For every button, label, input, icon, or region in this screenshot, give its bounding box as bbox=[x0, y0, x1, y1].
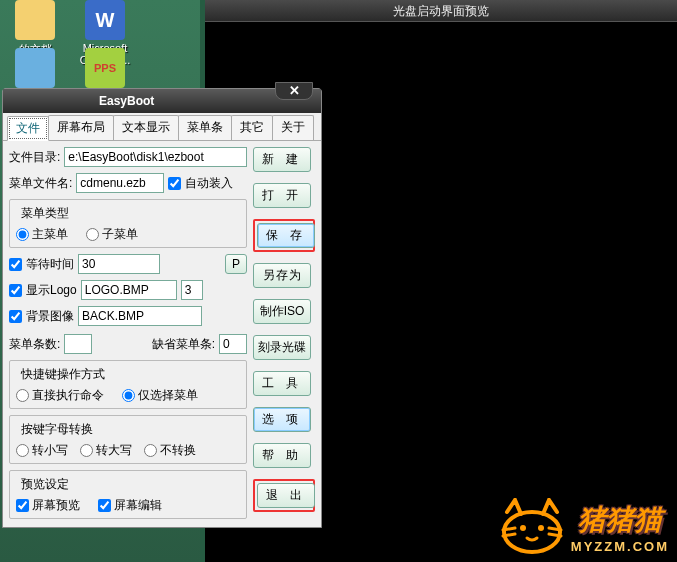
radio-select[interactable]: 仅选择菜单 bbox=[122, 387, 198, 404]
bgimage-checkbox[interactable]: 背景图像 bbox=[9, 308, 74, 325]
waittime-checkbox[interactable]: 等待时间 bbox=[9, 256, 74, 273]
filedir-label: 文件目录: bbox=[9, 149, 60, 166]
autoload-checkbox[interactable]: 自动装入 bbox=[168, 175, 233, 192]
burn-button[interactable]: 刻录光碟 bbox=[253, 335, 311, 360]
menucount-input[interactable] bbox=[64, 334, 92, 354]
bgimage-input[interactable] bbox=[78, 306, 202, 326]
help-button[interactable]: 帮 助 bbox=[253, 443, 311, 468]
close-button[interactable]: ✕ bbox=[275, 82, 313, 100]
tab-other[interactable]: 其它 bbox=[231, 115, 273, 140]
svg-point-1 bbox=[520, 525, 526, 531]
tab-text[interactable]: 文本显示 bbox=[113, 115, 179, 140]
watermark: 猪猪猫 MYZZM.COM bbox=[497, 498, 669, 554]
previewset-legend: 预览设定 bbox=[18, 476, 72, 493]
shortcut-legend: 快捷键操作方式 bbox=[18, 366, 108, 383]
defaultmenu-input[interactable] bbox=[219, 334, 247, 354]
filedir-input[interactable] bbox=[64, 147, 247, 167]
open-button[interactable]: 打 开 bbox=[253, 183, 311, 208]
radio-exec[interactable]: 直接执行命令 bbox=[16, 387, 104, 404]
new-button[interactable]: 新 建 bbox=[253, 147, 311, 172]
easyboot-window: EasyBoot ✕ 文件 屏幕布局 文本显示 菜单条 其它 关于 文件目录: … bbox=[2, 88, 322, 528]
chk-preview[interactable]: 屏幕预览 bbox=[16, 497, 80, 514]
menucount-label: 菜单条数: bbox=[9, 336, 60, 353]
radio-upper[interactable]: 转大写 bbox=[80, 442, 132, 459]
preview-title: 光盘启动界面预览 bbox=[205, 0, 677, 22]
tabstrip: 文件 屏幕布局 文本显示 菜单条 其它 关于 bbox=[3, 113, 321, 141]
saveas-button[interactable]: 另存为 bbox=[253, 263, 311, 288]
window-title: EasyBoot bbox=[99, 94, 154, 108]
tab-file[interactable]: 文件 bbox=[7, 116, 49, 141]
menufile-input[interactable] bbox=[76, 173, 164, 193]
svg-point-2 bbox=[538, 525, 544, 531]
waittime-input[interactable] bbox=[78, 254, 160, 274]
tab-menu[interactable]: 菜单条 bbox=[178, 115, 232, 140]
case-legend: 按键字母转换 bbox=[18, 421, 96, 438]
tab-layout[interactable]: 屏幕布局 bbox=[48, 115, 114, 140]
watermark-sub: MYZZM.COM bbox=[571, 539, 669, 554]
radio-submenu[interactable]: 子菜单 bbox=[86, 226, 138, 243]
radio-mainmenu[interactable]: 主菜单 bbox=[16, 226, 68, 243]
watermark-text: 猪猪猫 bbox=[571, 501, 669, 539]
radio-lower[interactable]: 转小写 bbox=[16, 442, 68, 459]
radio-noconv[interactable]: 不转换 bbox=[144, 442, 196, 459]
showlogo-input[interactable] bbox=[81, 280, 177, 300]
menufile-label: 菜单文件名: bbox=[9, 175, 72, 192]
menutype-legend: 菜单类型 bbox=[18, 205, 72, 222]
svg-point-0 bbox=[504, 512, 560, 552]
chk-edit[interactable]: 屏幕编辑 bbox=[98, 497, 162, 514]
options-button[interactable]: 选 项 bbox=[253, 407, 311, 432]
titlebar[interactable]: EasyBoot ✕ bbox=[3, 89, 321, 113]
showlogo-checkbox[interactable]: 显示Logo bbox=[9, 282, 77, 299]
defaultmenu-label: 缺省菜单条: bbox=[152, 336, 215, 353]
cat-icon bbox=[497, 498, 567, 554]
save-button[interactable]: 保 存 bbox=[257, 223, 315, 248]
p-button[interactable]: P bbox=[225, 254, 247, 274]
showlogo-num[interactable] bbox=[181, 280, 203, 300]
tools-button[interactable]: 工 具 bbox=[253, 371, 311, 396]
tab-about[interactable]: 关于 bbox=[272, 115, 314, 140]
makeiso-button[interactable]: 制作ISO bbox=[253, 299, 311, 324]
exit-button[interactable]: 退 出 bbox=[257, 483, 315, 508]
